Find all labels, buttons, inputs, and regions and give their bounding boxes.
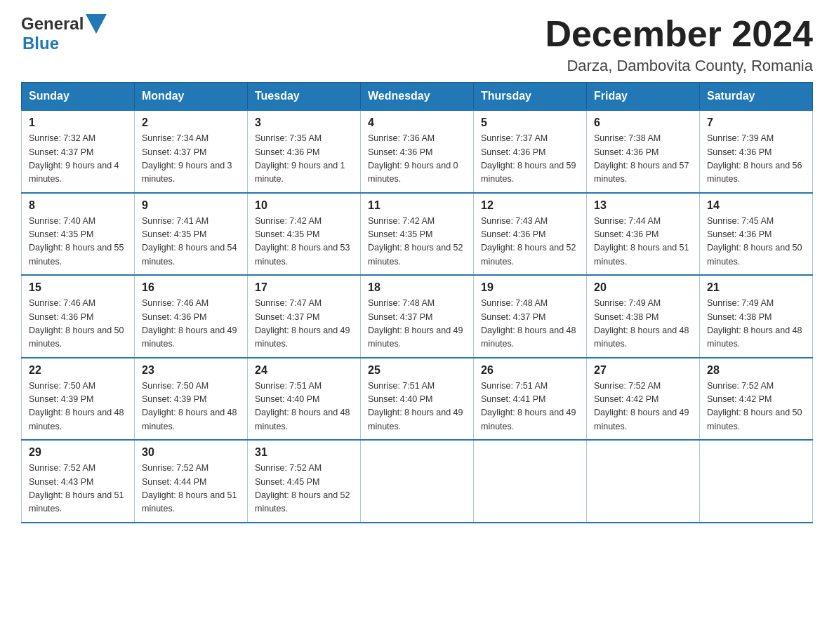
column-header-thursday: Thursday xyxy=(474,83,587,111)
day-number: 9 xyxy=(142,199,240,212)
day-info: Sunrise: 7:32 AMSunset: 4:37 PMDaylight:… xyxy=(29,132,127,187)
logo-icon xyxy=(86,14,107,34)
calendar-cell: 1Sunrise: 7:32 AMSunset: 4:37 PMDaylight… xyxy=(22,110,135,193)
day-info: Sunrise: 7:37 AMSunset: 4:36 PMDaylight:… xyxy=(481,132,579,187)
day-info: Sunrise: 7:51 AMSunset: 4:40 PMDaylight:… xyxy=(368,380,466,434)
day-info: Sunrise: 7:52 AMSunset: 4:42 PMDaylight:… xyxy=(707,380,805,434)
day-number: 28 xyxy=(707,364,805,377)
calendar-cell xyxy=(474,440,587,523)
calendar-cell: 28Sunrise: 7:52 AMSunset: 4:42 PMDayligh… xyxy=(700,358,813,441)
calendar-cell: 4Sunrise: 7:36 AMSunset: 4:36 PMDaylight… xyxy=(361,110,474,193)
day-number: 10 xyxy=(255,199,353,212)
day-info: Sunrise: 7:43 AMSunset: 4:36 PMDaylight:… xyxy=(481,215,579,269)
day-info: Sunrise: 7:48 AMSunset: 4:37 PMDaylight:… xyxy=(481,297,579,351)
calendar-cell: 7Sunrise: 7:39 AMSunset: 4:36 PMDaylight… xyxy=(700,110,813,193)
day-info: Sunrise: 7:51 AMSunset: 4:40 PMDaylight:… xyxy=(255,380,353,434)
day-number: 25 xyxy=(368,364,466,377)
day-info: Sunrise: 7:34 AMSunset: 4:37 PMDaylight:… xyxy=(142,132,240,187)
calendar-cell: 13Sunrise: 7:44 AMSunset: 4:36 PMDayligh… xyxy=(587,193,700,276)
column-header-monday: Monday xyxy=(135,83,248,111)
day-info: Sunrise: 7:49 AMSunset: 4:38 PMDaylight:… xyxy=(707,297,805,351)
day-info: Sunrise: 7:48 AMSunset: 4:37 PMDaylight:… xyxy=(368,297,466,351)
logo: General Blue xyxy=(21,14,107,53)
day-number: 18 xyxy=(368,281,466,294)
logo-text-blue: Blue xyxy=(22,34,59,53)
calendar-cell: 23Sunrise: 7:50 AMSunset: 4:39 PMDayligh… xyxy=(135,358,248,441)
day-info: Sunrise: 7:51 AMSunset: 4:41 PMDaylight:… xyxy=(481,380,579,434)
day-number: 1 xyxy=(29,116,127,129)
day-info: Sunrise: 7:52 AMSunset: 4:43 PMDaylight:… xyxy=(29,462,127,516)
day-number: 2 xyxy=(142,116,240,129)
day-number: 6 xyxy=(594,116,692,129)
day-info: Sunrise: 7:52 AMSunset: 4:45 PMDaylight:… xyxy=(255,462,353,516)
day-info: Sunrise: 7:38 AMSunset: 4:36 PMDaylight:… xyxy=(594,132,692,187)
day-info: Sunrise: 7:45 AMSunset: 4:36 PMDaylight:… xyxy=(707,215,805,269)
calendar-cell: 21Sunrise: 7:49 AMSunset: 4:38 PMDayligh… xyxy=(700,275,813,358)
day-number: 11 xyxy=(368,199,466,212)
svg-marker-0 xyxy=(86,14,107,34)
calendar-cell: 14Sunrise: 7:45 AMSunset: 4:36 PMDayligh… xyxy=(700,193,813,276)
day-number: 5 xyxy=(481,116,579,129)
day-info: Sunrise: 7:50 AMSunset: 4:39 PMDaylight:… xyxy=(29,380,127,434)
week-row-4: 22Sunrise: 7:50 AMSunset: 4:39 PMDayligh… xyxy=(22,358,813,441)
calendar-cell: 12Sunrise: 7:43 AMSunset: 4:36 PMDayligh… xyxy=(474,193,587,276)
day-number: 19 xyxy=(481,281,579,294)
week-row-1: 1Sunrise: 7:32 AMSunset: 4:37 PMDaylight… xyxy=(22,110,813,193)
day-info: Sunrise: 7:39 AMSunset: 4:36 PMDaylight:… xyxy=(707,132,805,187)
day-info: Sunrise: 7:42 AMSunset: 4:35 PMDaylight:… xyxy=(368,215,466,269)
calendar-cell: 25Sunrise: 7:51 AMSunset: 4:40 PMDayligh… xyxy=(361,358,474,441)
day-info: Sunrise: 7:50 AMSunset: 4:39 PMDaylight:… xyxy=(142,380,240,434)
day-info: Sunrise: 7:49 AMSunset: 4:38 PMDaylight:… xyxy=(594,297,692,351)
calendar-cell: 3Sunrise: 7:35 AMSunset: 4:36 PMDaylight… xyxy=(248,110,361,193)
calendar-table: SundayMondayTuesdayWednesdayThursdayFrid… xyxy=(21,82,813,523)
calendar-cell: 8Sunrise: 7:40 AMSunset: 4:35 PMDaylight… xyxy=(22,193,135,276)
location-title: Darza, Dambovita County, Romania xyxy=(545,57,813,75)
calendar-cell: 19Sunrise: 7:48 AMSunset: 4:37 PMDayligh… xyxy=(474,275,587,358)
day-number: 23 xyxy=(142,364,240,377)
calendar-cell: 22Sunrise: 7:50 AMSunset: 4:39 PMDayligh… xyxy=(22,358,135,441)
day-number: 7 xyxy=(707,116,805,129)
days-header-row: SundayMondayTuesdayWednesdayThursdayFrid… xyxy=(22,83,813,111)
calendar-cell: 15Sunrise: 7:46 AMSunset: 4:36 PMDayligh… xyxy=(22,275,135,358)
day-info: Sunrise: 7:46 AMSunset: 4:36 PMDaylight:… xyxy=(142,297,240,351)
day-number: 8 xyxy=(29,199,127,212)
column-header-friday: Friday xyxy=(587,83,700,111)
calendar-cell: 27Sunrise: 7:52 AMSunset: 4:42 PMDayligh… xyxy=(587,358,700,441)
calendar-cell: 9Sunrise: 7:41 AMSunset: 4:35 PMDaylight… xyxy=(135,193,248,276)
day-number: 24 xyxy=(255,364,353,377)
calendar-cell xyxy=(700,440,813,523)
calendar-cell: 16Sunrise: 7:46 AMSunset: 4:36 PMDayligh… xyxy=(135,275,248,358)
day-number: 26 xyxy=(481,364,579,377)
day-info: Sunrise: 7:36 AMSunset: 4:36 PMDaylight:… xyxy=(368,132,466,187)
calendar-cell: 17Sunrise: 7:47 AMSunset: 4:37 PMDayligh… xyxy=(248,275,361,358)
day-number: 14 xyxy=(707,199,805,212)
day-number: 20 xyxy=(594,281,692,294)
day-number: 16 xyxy=(142,281,240,294)
column-header-saturday: Saturday xyxy=(700,83,813,111)
calendar-cell: 31Sunrise: 7:52 AMSunset: 4:45 PMDayligh… xyxy=(248,440,361,523)
title-section: December 2024 Darza, Dambovita County, R… xyxy=(545,14,813,75)
column-header-wednesday: Wednesday xyxy=(361,83,474,111)
day-number: 22 xyxy=(29,364,127,377)
calendar-cell: 18Sunrise: 7:48 AMSunset: 4:37 PMDayligh… xyxy=(361,275,474,358)
calendar-cell: 6Sunrise: 7:38 AMSunset: 4:36 PMDaylight… xyxy=(587,110,700,193)
day-info: Sunrise: 7:44 AMSunset: 4:36 PMDaylight:… xyxy=(594,215,692,269)
day-number: 17 xyxy=(255,281,353,294)
day-number: 13 xyxy=(594,199,692,212)
calendar-cell: 26Sunrise: 7:51 AMSunset: 4:41 PMDayligh… xyxy=(474,358,587,441)
column-header-tuesday: Tuesday xyxy=(248,83,361,111)
day-number: 30 xyxy=(142,446,240,459)
calendar-cell: 11Sunrise: 7:42 AMSunset: 4:35 PMDayligh… xyxy=(361,193,474,276)
calendar-cell: 30Sunrise: 7:52 AMSunset: 4:44 PMDayligh… xyxy=(135,440,248,523)
day-info: Sunrise: 7:52 AMSunset: 4:42 PMDaylight:… xyxy=(594,380,692,434)
day-number: 15 xyxy=(29,281,127,294)
month-title: December 2024 xyxy=(545,14,813,54)
day-number: 3 xyxy=(255,116,353,129)
calendar-cell: 24Sunrise: 7:51 AMSunset: 4:40 PMDayligh… xyxy=(248,358,361,441)
calendar-cell xyxy=(361,440,474,523)
day-info: Sunrise: 7:47 AMSunset: 4:37 PMDaylight:… xyxy=(255,297,353,351)
day-info: Sunrise: 7:35 AMSunset: 4:36 PMDaylight:… xyxy=(255,132,353,187)
calendar-cell: 2Sunrise: 7:34 AMSunset: 4:37 PMDaylight… xyxy=(135,110,248,193)
day-info: Sunrise: 7:40 AMSunset: 4:35 PMDaylight:… xyxy=(29,215,127,269)
day-info: Sunrise: 7:42 AMSunset: 4:35 PMDaylight:… xyxy=(255,215,353,269)
